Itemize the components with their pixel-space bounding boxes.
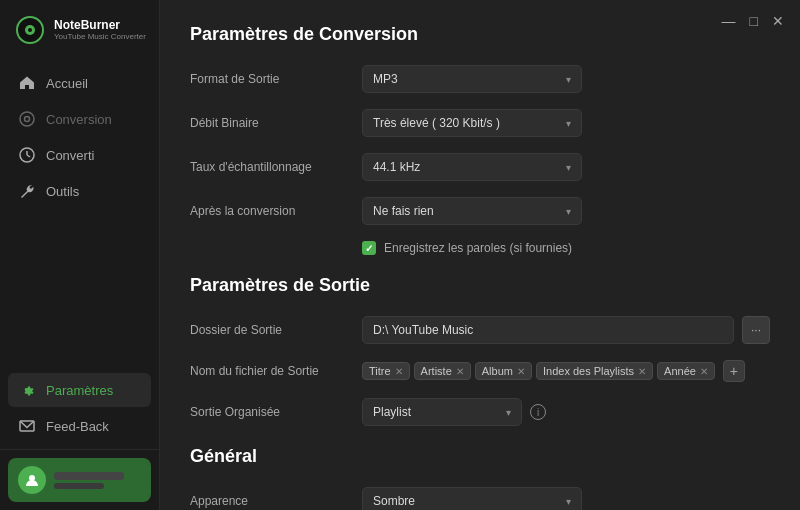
app-subtitle: YouTube Music Converter bbox=[54, 32, 146, 42]
tag-album: Album ✕ bbox=[475, 362, 532, 380]
sidebar-item-feedback[interactable]: Feed-Back bbox=[8, 409, 151, 443]
logo-text: NoteBurner YouTube Music Converter bbox=[54, 18, 146, 42]
after-conversion-control: Ne fais rien ▾ bbox=[362, 197, 582, 225]
close-button[interactable]: ✕ bbox=[772, 14, 784, 28]
chevron-down-icon: ▾ bbox=[566, 118, 571, 129]
sidebar-item-parametres[interactable]: Paramètres bbox=[8, 373, 151, 407]
gear-icon bbox=[18, 381, 36, 399]
lyrics-label: Enregistrez les paroles (si fournies) bbox=[384, 241, 572, 255]
output-folder-row: Dossier de Sortie ··· bbox=[190, 316, 770, 344]
organised-sort-value: Playlist bbox=[373, 405, 411, 419]
tag-index: Index des Playlists ✕ bbox=[536, 362, 653, 380]
bitrate-row: Débit Binaire Très élevé ( 320 Kbit/s ) … bbox=[190, 109, 770, 137]
disc-icon bbox=[18, 110, 36, 128]
lyrics-checkbox[interactable] bbox=[362, 241, 376, 255]
organised-sort-row: Sortie Organisée Playlist ▾ i bbox=[190, 398, 770, 426]
after-conversion-value: Ne fais rien bbox=[373, 204, 434, 218]
filename-label: Nom du fichier de Sortie bbox=[190, 364, 350, 378]
output-folder-label: Dossier de Sortie bbox=[190, 323, 350, 337]
format-row: Format de Sortie MP3 ▾ bbox=[190, 65, 770, 93]
general-section: Général Apparence Sombre ▾ Langues Franç… bbox=[190, 446, 770, 510]
samplerate-value: 44.1 kHz bbox=[373, 160, 420, 174]
user-name bbox=[54, 472, 124, 480]
chevron-down-icon: ▾ bbox=[566, 496, 571, 507]
format-value: MP3 bbox=[373, 72, 398, 86]
appearance-value: Sombre bbox=[373, 494, 415, 508]
wrench-icon bbox=[18, 182, 36, 200]
user-sub bbox=[54, 483, 104, 489]
tag-artiste-label: Artiste bbox=[421, 365, 452, 377]
lyrics-row: Enregistrez les paroles (si fournies) bbox=[362, 241, 770, 255]
general-section-title: Général bbox=[190, 446, 770, 467]
organised-sort-select[interactable]: Playlist ▾ bbox=[362, 398, 522, 426]
samplerate-select[interactable]: 44.1 kHz ▾ bbox=[362, 153, 582, 181]
conversion-section-title: Paramètres de Conversion bbox=[190, 24, 770, 45]
tag-annee-label: Année bbox=[664, 365, 696, 377]
filename-tags: Titre ✕ Artiste ✕ Album ✕ Index des Play… bbox=[362, 360, 770, 382]
main-content: Paramètres de Conversion Format de Sorti… bbox=[160, 0, 800, 510]
window-controls: — □ ✕ bbox=[722, 14, 784, 28]
tag-artiste-remove[interactable]: ✕ bbox=[456, 366, 464, 377]
tag-titre: Titre ✕ bbox=[362, 362, 410, 380]
bitrate-select[interactable]: Très élevé ( 320 Kbit/s ) ▾ bbox=[362, 109, 582, 137]
bitrate-value: Très élevé ( 320 Kbit/s ) bbox=[373, 116, 500, 130]
samplerate-label: Taux d'échantillonnage bbox=[190, 160, 350, 174]
sidebar-item-converti[interactable]: Converti bbox=[8, 138, 151, 172]
bitrate-control: Très élevé ( 320 Kbit/s ) ▾ bbox=[362, 109, 582, 137]
home-icon bbox=[18, 74, 36, 92]
tag-titre-label: Titre bbox=[369, 365, 391, 377]
logo-area: NoteBurner YouTube Music Converter bbox=[0, 0, 159, 60]
svg-line-7 bbox=[27, 155, 30, 157]
appearance-select[interactable]: Sombre ▾ bbox=[362, 487, 582, 510]
sidebar-label-feedback: Feed-Back bbox=[46, 419, 109, 434]
sidebar: NoteBurner YouTube Music Converter Accue… bbox=[0, 0, 160, 510]
sidebar-bottom bbox=[0, 449, 159, 510]
tag-artiste: Artiste ✕ bbox=[414, 362, 471, 380]
sidebar-label-accueil: Accueil bbox=[46, 76, 88, 91]
sidebar-label-parametres: Paramètres bbox=[46, 383, 113, 398]
browse-button[interactable]: ··· bbox=[742, 316, 770, 344]
app-logo-icon bbox=[14, 14, 46, 46]
chevron-down-icon: ▾ bbox=[506, 407, 511, 418]
sidebar-item-outils[interactable]: Outils bbox=[8, 174, 151, 208]
svg-point-2 bbox=[28, 28, 32, 32]
minimize-button[interactable]: — bbox=[722, 14, 736, 28]
appearance-label: Apparence bbox=[190, 494, 350, 508]
tag-index-remove[interactable]: ✕ bbox=[638, 366, 646, 377]
clock-icon bbox=[18, 146, 36, 164]
app-title: NoteBurner bbox=[54, 18, 146, 32]
add-tag-button[interactable]: + bbox=[723, 360, 745, 382]
tag-album-remove[interactable]: ✕ bbox=[517, 366, 525, 377]
chevron-down-icon: ▾ bbox=[566, 206, 571, 217]
filename-row: Nom du fichier de Sortie Titre ✕ Artiste… bbox=[190, 360, 770, 382]
output-folder-input[interactable] bbox=[362, 316, 734, 344]
sidebar-item-conversion: Conversion bbox=[8, 102, 151, 136]
tag-index-label: Index des Playlists bbox=[543, 365, 634, 377]
svg-point-4 bbox=[25, 117, 30, 122]
info-icon[interactable]: i bbox=[530, 404, 546, 420]
tag-annee: Année ✕ bbox=[657, 362, 715, 380]
appearance-control: Sombre ▾ bbox=[362, 487, 582, 510]
samplerate-control: 44.1 kHz ▾ bbox=[362, 153, 582, 181]
user-text bbox=[54, 472, 141, 489]
user-profile[interactable] bbox=[8, 458, 151, 502]
output-folder-control: ··· bbox=[362, 316, 770, 344]
sidebar-item-accueil[interactable]: Accueil bbox=[8, 66, 151, 100]
after-conversion-select[interactable]: Ne fais rien ▾ bbox=[362, 197, 582, 225]
format-control: MP3 ▾ bbox=[362, 65, 582, 93]
samplerate-row: Taux d'échantillonnage 44.1 kHz ▾ bbox=[190, 153, 770, 181]
tag-annee-remove[interactable]: ✕ bbox=[700, 366, 708, 377]
svg-point-3 bbox=[20, 112, 34, 126]
maximize-button[interactable]: □ bbox=[750, 14, 758, 28]
organised-sort-label: Sortie Organisée bbox=[190, 405, 350, 419]
tag-titre-remove[interactable]: ✕ bbox=[395, 366, 403, 377]
chevron-down-icon: ▾ bbox=[566, 162, 571, 173]
format-select[interactable]: MP3 ▾ bbox=[362, 65, 582, 93]
chevron-down-icon: ▾ bbox=[566, 74, 571, 85]
sidebar-label-outils: Outils bbox=[46, 184, 79, 199]
avatar bbox=[18, 466, 46, 494]
after-conversion-row: Après la conversion Ne fais rien ▾ bbox=[190, 197, 770, 225]
organised-sort-control: Playlist ▾ i bbox=[362, 398, 546, 426]
mail-icon bbox=[18, 417, 36, 435]
tag-album-label: Album bbox=[482, 365, 513, 377]
